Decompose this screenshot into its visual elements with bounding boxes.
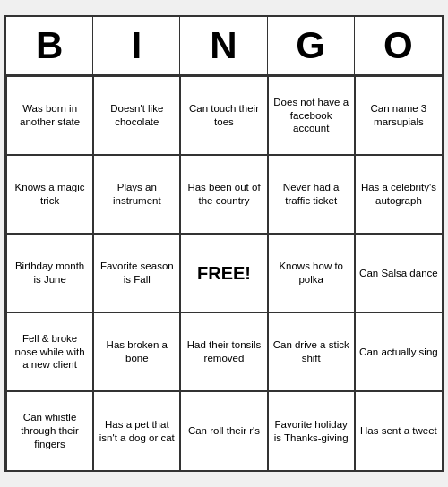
header-letter-I: I xyxy=(93,17,180,74)
bingo-cell-1[interactable]: Doesn't like chocolate xyxy=(93,76,180,155)
bingo-cell-5[interactable]: Knows a magic trick xyxy=(6,155,93,234)
bingo-cell-22[interactable]: Can roll their r's xyxy=(180,391,267,470)
bingo-cell-11[interactable]: Favorite season is Fall xyxy=(93,234,180,312)
bingo-cell-8[interactable]: Never had a traffic ticket xyxy=(268,155,355,234)
bingo-cell-20[interactable]: Can whistle through their fingers xyxy=(6,391,93,470)
bingo-cell-23[interactable]: Favorite holiday is Thanks-giving xyxy=(268,391,355,470)
bingo-cell-7[interactable]: Has been out of the country xyxy=(180,155,267,234)
bingo-cell-16[interactable]: Has broken a bone xyxy=(93,312,180,391)
bingo-cell-10[interactable]: Birthday month is June xyxy=(6,234,93,312)
bingo-header: BINGO xyxy=(6,17,442,76)
bingo-cell-2[interactable]: Can touch their toes xyxy=(180,76,267,155)
bingo-cell-24[interactable]: Has sent a tweet xyxy=(355,391,442,470)
bingo-grid: Was born in another stateDoesn't like ch… xyxy=(6,76,442,470)
header-letter-G: G xyxy=(268,17,355,74)
bingo-cell-14[interactable]: Can Salsa dance xyxy=(355,234,442,312)
bingo-cell-3[interactable]: Does not have a facebook account xyxy=(268,76,355,155)
bingo-cell-15[interactable]: Fell & broke nose while with a new clien… xyxy=(6,312,93,391)
bingo-cell-6[interactable]: Plays an instrument xyxy=(93,155,180,234)
bingo-cell-0[interactable]: Was born in another state xyxy=(6,76,93,155)
header-letter-N: N xyxy=(180,17,267,74)
bingo-cell-18[interactable]: Can drive a stick shift xyxy=(268,312,355,391)
bingo-cell-4[interactable]: Can name 3 marsupials xyxy=(355,76,442,155)
bingo-cell-9[interactable]: Has a celebrity's autograph xyxy=(355,155,442,234)
bingo-cell-13[interactable]: Knows how to polka xyxy=(268,234,355,312)
bingo-cell-21[interactable]: Has a pet that isn't a dog or cat xyxy=(93,391,180,470)
bingo-cell-19[interactable]: Can actually sing xyxy=(355,312,442,391)
header-letter-O: O xyxy=(355,17,442,74)
bingo-cell-12[interactable]: FREE! xyxy=(180,234,267,312)
header-letter-B: B xyxy=(6,17,93,74)
bingo-cell-17[interactable]: Had their tonsils removed xyxy=(180,312,267,391)
bingo-card: BINGO Was born in another stateDoesn't l… xyxy=(4,15,444,472)
